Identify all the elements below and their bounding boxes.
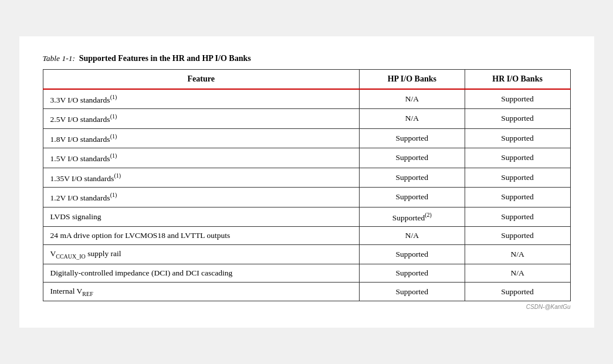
hp-value-cell: N/A xyxy=(359,89,465,109)
hr-value-cell: N/A xyxy=(465,264,570,282)
table-row: 3.3V I/O standards(1)N/ASupported xyxy=(43,89,570,109)
table-row: 1.2V I/O standards(1)SupportedSupported xyxy=(43,188,570,207)
caption-label: Table 1-1: xyxy=(43,54,75,63)
feature-cell: 24 mA drive option for LVCMOS18 and LVTT… xyxy=(43,227,359,245)
feature-cell: LVDS signaling xyxy=(43,207,359,227)
table-wrapper: Feature HP I/O Banks HR I/O Banks 3.3V I… xyxy=(43,69,571,311)
hp-value-cell: Supported xyxy=(359,128,465,148)
hp-value-cell: Supported xyxy=(359,148,465,168)
feature-cell: 1.2V I/O standards(1) xyxy=(43,188,359,207)
table-row: 1.35V I/O standards(1)SupportedSupported xyxy=(43,168,570,188)
hp-value-cell: Supported(2) xyxy=(359,207,465,227)
table-row: VCCAUX_IO supply railSupportedN/A xyxy=(43,245,570,264)
hp-value-cell: Supported xyxy=(359,168,465,188)
table-row: LVDS signalingSupported(2)Supported xyxy=(43,207,570,227)
table-row: 24 mA drive option for LVCMOS18 and LVTT… xyxy=(43,227,570,245)
header-hr: HR I/O Banks xyxy=(465,69,570,89)
hr-value-cell: Supported xyxy=(465,128,570,148)
table-row: Digitally-controlled impedance (DCI) and… xyxy=(43,264,570,282)
features-table: Feature HP I/O Banks HR I/O Banks 3.3V I… xyxy=(43,69,571,302)
header-feature: Feature xyxy=(43,69,359,89)
hr-value-cell: Supported xyxy=(465,227,570,245)
hp-value-cell: Supported xyxy=(359,245,465,264)
hr-value-cell: Supported xyxy=(465,188,570,207)
hr-value-cell: Supported xyxy=(465,282,570,301)
hp-value-cell: Supported xyxy=(359,264,465,282)
feature-cell: VCCAUX_IO supply rail xyxy=(43,245,359,264)
table-row: Internal VREFSupportedSupported xyxy=(43,282,570,301)
table-row: 1.8V I/O standards(1)SupportedSupported xyxy=(43,128,570,148)
attribution: CSDN-@KantGu xyxy=(43,304,571,310)
hp-value-cell: N/A xyxy=(359,109,465,129)
hr-value-cell: N/A xyxy=(465,245,570,264)
page-container: Table 1-1: Supported Features in the HR … xyxy=(19,36,594,328)
hr-value-cell: Supported xyxy=(465,109,570,129)
table-header-row: Feature HP I/O Banks HR I/O Banks xyxy=(43,69,570,89)
feature-cell: Digitally-controlled impedance (DCI) and… xyxy=(43,264,359,282)
table-caption: Table 1-1: Supported Features in the HR … xyxy=(43,54,571,63)
feature-cell: 1.8V I/O standards(1) xyxy=(43,128,359,148)
hp-value-cell: Supported xyxy=(359,282,465,301)
table-row: 1.5V I/O standards(1)SupportedSupported xyxy=(43,148,570,168)
hr-value-cell: Supported xyxy=(465,168,570,188)
feature-cell: 1.5V I/O standards(1) xyxy=(43,148,359,168)
table-row: 2.5V I/O standards(1)N/ASupported xyxy=(43,109,570,129)
hp-value-cell: Supported xyxy=(359,188,465,207)
hr-value-cell: Supported xyxy=(465,148,570,168)
hp-value-cell: N/A xyxy=(359,227,465,245)
header-hp: HP I/O Banks xyxy=(359,69,465,89)
hr-value-cell: Supported xyxy=(465,89,570,109)
feature-cell: 3.3V I/O standards(1) xyxy=(43,89,359,109)
feature-cell: 1.35V I/O standards(1) xyxy=(43,168,359,188)
feature-cell: Internal VREF xyxy=(43,282,359,301)
hr-value-cell: Supported xyxy=(465,207,570,227)
feature-cell: 2.5V I/O standards(1) xyxy=(43,109,359,129)
caption-title: Supported Features in the HR and HP I/O … xyxy=(79,54,251,63)
